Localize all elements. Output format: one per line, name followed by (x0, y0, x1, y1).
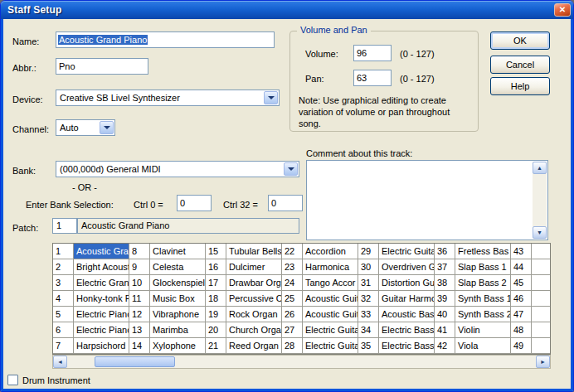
patch-number-cell[interactable]: 45 (511, 275, 532, 291)
patch-number-cell[interactable]: 49 (511, 338, 532, 354)
patch-name-cell[interactable]: Electric Guita (303, 338, 358, 354)
patch-number-cell[interactable]: 6 (53, 322, 74, 338)
patch-number-cell[interactable]: 32 (358, 291, 379, 307)
close-button[interactable]: ✕ (554, 3, 571, 17)
scroll-right-button[interactable]: ► (536, 356, 550, 368)
patch-name-cell[interactable]: Acoustic Guit (303, 291, 358, 307)
patch-number-cell[interactable]: 29 (358, 244, 379, 259)
patch-name-cell[interactable]: Accordion (303, 244, 358, 259)
help-button[interactable]: Help (490, 77, 550, 95)
patch-number-cell[interactable]: 21 (206, 338, 226, 354)
ctrl32-input[interactable] (268, 195, 303, 211)
patch-number-cell[interactable]: 17 (206, 275, 226, 291)
patch-name-cell[interactable]: Guitar Harmo (379, 291, 435, 307)
device-select[interactable]: Creative SB Livel Synthesizer (56, 90, 280, 106)
patch-number-cell[interactable]: 33 (358, 307, 379, 322)
patch-name-cell[interactable]: Fretless Bas (455, 244, 511, 259)
patch-number-cell[interactable]: 22 (282, 244, 303, 259)
patch-number-cell[interactable]: 35 (358, 338, 379, 354)
patch-name-cell[interactable]: Glockenspiel (150, 275, 206, 291)
patch-name-cell[interactable]: Electric Guita (303, 322, 358, 338)
patch-number-cell[interactable]: 44 (511, 259, 532, 275)
patch-name-cell[interactable]: Rock Organ (226, 307, 282, 322)
patch-name-cell[interactable]: Slap Bass 1 (455, 259, 511, 275)
patch-name-cell[interactable] (532, 244, 551, 259)
patch-name-cell[interactable]: Honky-tonk Pi (74, 291, 129, 307)
patch-name-cell[interactable]: Electric Piano (74, 307, 129, 322)
abbr-input[interactable] (56, 58, 148, 75)
patch-name-cell[interactable]: Overdriven G (379, 259, 435, 275)
ok-button[interactable]: OK (490, 31, 550, 50)
patch-number-cell[interactable]: 27 (282, 322, 303, 338)
scroll-down-button[interactable]: ▼ (533, 226, 547, 239)
patch-grid-horizontal-scrollbar[interactable]: ◄ ► (52, 355, 551, 369)
patch-grid[interactable]: 1Acoustic Gra2Bright Acoust3Electric Gra… (52, 243, 551, 355)
chevron-down-icon[interactable] (284, 162, 298, 176)
patch-name-cell[interactable]: Electric Piano (74, 322, 129, 338)
patch-number-cell[interactable]: 47 (511, 307, 532, 322)
patch-name-cell[interactable]: Electric Bass (379, 338, 435, 354)
bank-select[interactable]: (000,000d) General MIDI (56, 161, 299, 177)
patch-number-cell[interactable]: 10 (129, 275, 150, 291)
volume-input[interactable] (353, 45, 392, 61)
patch-name-cell[interactable]: Acoustic Bas (379, 307, 435, 322)
pan-input[interactable] (353, 70, 392, 86)
patch-name-cell[interactable] (532, 322, 551, 338)
patch-number-cell[interactable]: 23 (282, 259, 303, 275)
patch-name-cell[interactable]: Slap Bass 2 (455, 275, 511, 291)
patch-name-cell[interactable]: Harmonica (303, 259, 358, 275)
drum-instrument-checkbox[interactable] (7, 375, 18, 385)
patch-number-cell[interactable]: 31 (358, 275, 379, 291)
patch-number-cell[interactable]: 14 (129, 338, 150, 354)
patch-name-cell[interactable]: Tango Accor (303, 275, 358, 291)
patch-name-cell[interactable]: Percussive O (226, 291, 282, 307)
scrollbar-thumb[interactable] (95, 356, 175, 367)
titlebar[interactable]: Staff Setup ✕ (1, 1, 574, 19)
patch-name-cell[interactable]: Tubular Bells (226, 244, 282, 259)
patch-name-cell[interactable]: Electric Gran (74, 275, 129, 291)
patch-name-cell[interactable]: Church Orga (226, 322, 282, 338)
patch-name-cell[interactable]: Synth Bass 1 (455, 291, 511, 307)
patch-name-cell[interactable]: Marimba (150, 322, 206, 338)
patch-name-cell[interactable]: Vibraphone (150, 307, 206, 322)
patch-number-cell[interactable]: 9 (129, 259, 150, 275)
patch-number-cell[interactable]: 40 (435, 307, 455, 322)
patch-number-cell[interactable]: 7 (53, 338, 74, 354)
patch-name-cell[interactable] (532, 291, 551, 307)
patch-name-cell[interactable]: Violin (455, 322, 511, 338)
patch-number-cell[interactable]: 37 (435, 259, 455, 275)
patch-number-cell[interactable]: 24 (282, 275, 303, 291)
patch-name-cell[interactable]: Reed Organ (226, 338, 282, 354)
patch-number-cell[interactable]: 1 (53, 244, 74, 259)
patch-number-cell[interactable]: 48 (511, 322, 532, 338)
patch-number-cell[interactable]: 8 (129, 244, 150, 259)
patch-name-cell[interactable]: Acoustic Gra (74, 244, 129, 259)
comment-vertical-scrollbar[interactable]: ▲ ▼ (533, 162, 547, 239)
patch-number-cell[interactable]: 18 (206, 291, 226, 307)
patch-name-cell[interactable]: Acoustic Guit (303, 307, 358, 322)
patch-name-cell[interactable] (532, 275, 551, 291)
patch-name-cell[interactable]: Distortion Gui (379, 275, 435, 291)
patch-name-cell[interactable]: Viola (455, 338, 511, 354)
chevron-down-icon[interactable] (264, 91, 278, 104)
patch-number-cell[interactable]: 26 (282, 307, 303, 322)
cancel-button[interactable]: Cancel (490, 56, 550, 74)
patch-name-cell[interactable]: Drawbar Org (226, 275, 282, 291)
patch-name-cell[interactable] (532, 307, 551, 322)
patch-name-cell[interactable]: Music Box (150, 291, 206, 307)
patch-number-cell[interactable]: 16 (206, 259, 226, 275)
patch-number-cell[interactable]: 5 (53, 307, 74, 322)
patch-name-cell[interactable] (532, 338, 551, 354)
ctrl0-input[interactable] (177, 195, 212, 211)
patch-number-cell[interactable]: 12 (129, 307, 150, 322)
patch-number-cell[interactable]: 46 (511, 291, 532, 307)
patch-name-cell[interactable]: Clavinet (150, 244, 206, 259)
patch-number-cell[interactable]: 30 (358, 259, 379, 275)
patch-name-cell[interactable]: Electric Guita (379, 244, 435, 259)
patch-name-cell[interactable] (532, 259, 551, 275)
patch-name-cell[interactable]: Dulcimer (226, 259, 282, 275)
patch-name-cell[interactable]: Bright Acoust (74, 259, 129, 275)
patch-number-cell[interactable]: 13 (129, 322, 150, 338)
patch-number-cell[interactable]: 34 (358, 322, 379, 338)
patch-number-cell[interactable]: 20 (206, 322, 226, 338)
